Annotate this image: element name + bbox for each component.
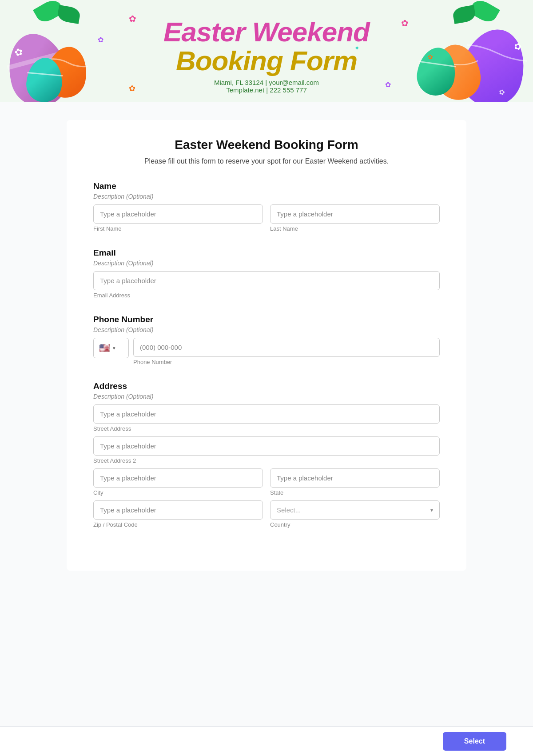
email-sublabel: Email Address [93,292,440,299]
zip-country-row: Zip / Postal Code Select... ▾ Country [93,500,440,528]
email-section: Email Description (Optional) Email Addre… [93,248,440,299]
zip-label: Zip / Postal Code [93,521,263,528]
state-group: State [270,468,440,496]
street-address2-input[interactable] [93,436,440,456]
bottom-select-bar: Select [0,726,533,756]
flower-decoration: ✿ [401,18,409,28]
zip-group: Zip / Postal Code [93,500,263,528]
country-selector-button[interactable]: 🇺🇸 ▾ [93,338,129,358]
street-address2-row: Street Address 2 [93,436,440,464]
state-input[interactable] [270,468,440,488]
address-section: Address Description (Optional) Street Ad… [93,381,440,528]
city-label: City [93,489,263,496]
leaf-decoration [452,5,476,24]
email-input[interactable] [93,271,440,290]
svg-line-1 [27,73,63,76]
email-input-row: Email Address [93,271,440,299]
header-contact: Miami, FL 33124 | your@email.com Templat… [214,79,319,94]
form-main-title: Easter Weekend Booking Form [93,138,440,152]
phone-row: 🇺🇸 ▾ Phone Number [93,338,440,365]
select-button[interactable]: Select [443,732,506,751]
name-section: Name Description (Optional) First Name L… [93,181,440,232]
street-address-label: Street Address [93,425,440,432]
last-name-group: Last Name [270,204,440,232]
address-section-description: Description (Optional) [93,393,440,400]
phone-input-group: Phone Number [133,338,440,365]
name-section-description: Description (Optional) [93,193,440,200]
first-name-input[interactable] [93,204,263,224]
city-input[interactable] [93,468,263,488]
state-label: State [270,489,440,496]
header-title-line2: Booking Form [163,46,370,75]
street-address-input[interactable] [93,404,440,424]
phone-section: Phone Number Description (Optional) 🇺🇸 ▾… [93,315,440,365]
city-group: City [93,468,263,496]
street-address-row: Street Address [93,404,440,432]
email-section-label: Email [93,248,440,258]
email-section-description: Description (Optional) [93,260,440,267]
street-address2-label: Street Address 2 [93,457,440,464]
contact-line1: Miami, FL 33124 | your@email.com [214,79,319,86]
form-subtitle: Please fill out this form to reserve you… [93,157,440,165]
last-name-input[interactable] [270,204,440,224]
street-address-group: Street Address [93,404,440,432]
country-select-placeholder: Select... [277,506,301,514]
email-group: Email Address [93,271,440,299]
chevron-down-icon: ▾ [113,345,115,351]
flower-decoration: ✿ [98,36,103,44]
phone-section-description: Description (Optional) [93,326,440,333]
flower-decoration: ✿ [129,84,135,93]
name-input-row: First Name Last Name [93,204,440,232]
city-state-row: City State [93,468,440,496]
header-title-line1: Easter Weekend [163,17,370,46]
chevron-down-icon: ▾ [430,507,433,513]
address-section-label: Address [93,381,440,391]
flower-decoration: ✿ [428,53,433,60]
zip-input[interactable] [93,500,263,520]
contact-line2: Template.net | 222 555 777 [214,86,319,94]
phone-input[interactable] [133,338,440,357]
country-label: Country [270,521,440,528]
form-container: Easter Weekend Booking Form Please fill … [67,120,466,571]
flower-decoration: ✿ [129,13,136,24]
last-name-label: Last Name [270,225,440,232]
phone-section-label: Phone Number [93,315,440,324]
street-address2-group: Street Address 2 [93,436,440,464]
header: ✿ ✿ ✿ ✿ Easter Weekend Booking Form Miam… [0,0,533,102]
header-titles: Easter Weekend Booking Form [163,17,370,75]
name-section-label: Name [93,181,440,191]
svg-line-2 [419,61,456,67]
flag-emoji: 🇺🇸 [99,343,110,353]
first-name-group: First Name [93,204,263,232]
country-select-button[interactable]: Select... ▾ [270,500,440,520]
phone-sublabel: Phone Number [133,359,440,365]
leaf-decoration [56,5,81,24]
first-name-label: First Name [93,225,263,232]
country-group: Select... ▾ Country [270,500,440,528]
flower-decoration: ✿ [385,80,391,89]
